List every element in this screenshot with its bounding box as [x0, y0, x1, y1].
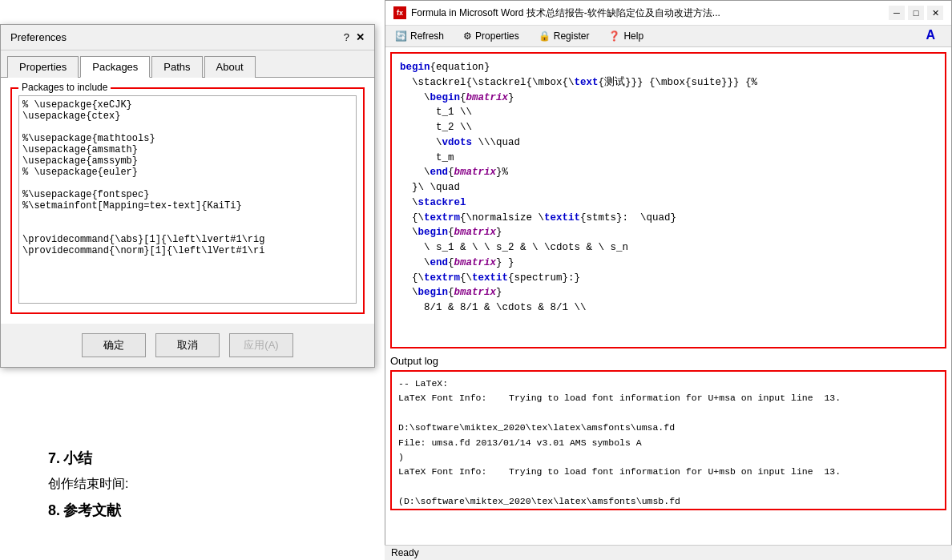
help-button[interactable]: ❓ Help	[605, 29, 647, 43]
packages-textarea[interactable]: % \usepackge{xeCJK} \usepackage{ctex} %\…	[18, 95, 357, 304]
output-label: Output log	[390, 353, 946, 369]
doc-section-8: 8. 参考文献	[48, 501, 128, 520]
register-label: Register	[554, 30, 590, 42]
word-toolbar: 🔄 Refresh ⚙ Properties 🔒 Register ❓ Help…	[385, 26, 951, 47]
doc-section-label: 创作结束时间:	[48, 476, 128, 493]
properties-label: Properties	[475, 30, 519, 42]
doc-section-7: 7. 小结	[48, 449, 128, 468]
word-window: fx Formula in Microsoft Word 技术总结报告-软件缺陷…	[385, 0, 952, 560]
dialog-titlebar: Preferences ? ✕	[1, 25, 374, 50]
word-title: fx Formula in Microsoft Word 技术总结报告-软件缺陷…	[393, 6, 720, 20]
preferences-dialog: Preferences ? ✕ Properties Packages Path…	[0, 24, 375, 368]
output-section: Output log -- LaTeX: LaTeX Font Info: Tr…	[390, 353, 946, 510]
dialog-content: Packages to include % \usepackge{xeCJK} …	[1, 78, 374, 324]
help-label: Help	[623, 30, 643, 42]
minimize-button[interactable]: ─	[889, 6, 905, 20]
tab-paths[interactable]: Paths	[151, 56, 202, 78]
dialog-title: Preferences	[10, 31, 67, 43]
word-title-text: Formula in Microsoft Word 技术总结报告-软件缺陷定位及…	[411, 6, 720, 20]
refresh-icon: 🔄	[395, 30, 407, 42]
section-8-text: 参考文献	[63, 502, 121, 518]
word-win-buttons: ─ □ ✕	[889, 6, 943, 20]
packages-group-label: Packages to include	[18, 82, 111, 93]
dialog-help-button[interactable]: ?	[344, 31, 349, 43]
creation-label: 创作结束时间:	[48, 477, 128, 490]
apply-button[interactable]: 应用(A)	[229, 333, 293, 357]
status-text: Ready	[391, 547, 419, 558]
register-button[interactable]: 🔒 Register	[535, 29, 593, 43]
doc-content: 7. 小结 创作结束时间: 8. 参考文献	[48, 449, 128, 528]
help-icon: ❓	[608, 30, 620, 42]
word-icon: fx	[393, 6, 406, 19]
properties-icon: ⚙	[463, 30, 472, 42]
register-icon: 🔒	[539, 30, 551, 42]
confirm-button[interactable]: 确定	[82, 333, 146, 357]
tab-packages[interactable]: Packages	[80, 56, 150, 78]
tab-about[interactable]: About	[204, 56, 256, 78]
close-button[interactable]: ✕	[927, 6, 943, 20]
section-7-title: 7.	[48, 450, 60, 466]
code-content: begin{equation} \stackrel{\stackrel{\mbo…	[392, 54, 945, 322]
refresh-button[interactable]: 🔄 Refresh	[392, 29, 447, 43]
dialog-buttons: 确定 取消 应用(A)	[1, 324, 374, 367]
word-titlebar: fx Formula in Microsoft Word 技术总结报告-软件缺陷…	[385, 1, 951, 26]
cancel-button[interactable]: 取消	[155, 333, 220, 357]
output-content: -- LaTeX: LaTeX Font Info: Trying to loa…	[392, 372, 945, 510]
maximize-button[interactable]: □	[908, 6, 924, 20]
section-7-text: 小结	[63, 450, 92, 466]
font-a-indicator: A	[926, 28, 935, 42]
dialog-close-button[interactable]: ✕	[356, 31, 365, 43]
dialog-title-buttons: ? ✕	[344, 31, 365, 43]
tab-bar: Properties Packages Paths About	[1, 50, 374, 78]
properties-button[interactable]: ⚙ Properties	[460, 29, 522, 43]
packages-group: Packages to include % \usepackge{xeCJK} …	[10, 87, 365, 314]
output-pane[interactable]: -- LaTeX: LaTeX Font Info: Trying to loa…	[390, 370, 946, 510]
code-pane[interactable]: begin{equation} \stackrel{\stackrel{\mbo…	[390, 52, 946, 348]
statusbar: Ready	[385, 545, 952, 560]
refresh-label: Refresh	[410, 30, 444, 42]
editor-area: begin{equation} \stackrel{\stackrel{\mbo…	[385, 47, 951, 559]
section-8-title: 8.	[48, 502, 60, 518]
tab-properties[interactable]: Properties	[7, 56, 79, 78]
